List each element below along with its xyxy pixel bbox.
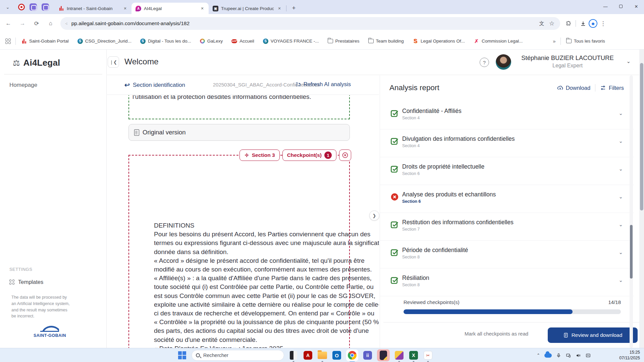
dismiss-section-button[interactable]: [339, 149, 351, 161]
back-to-section-identification[interactable]: ↩ Section identification: [124, 81, 185, 89]
new-tab-button[interactable]: +: [289, 3, 299, 13]
pinned-tab-icon[interactable]: [42, 3, 49, 11]
taskbar-clock[interactable]: 15:25 07/11/2025: [619, 350, 640, 361]
power-app-icon[interactable]: [394, 350, 404, 360]
bookmark-team-building[interactable]: Team building: [368, 39, 404, 44]
tab-close-icon[interactable]: ✕: [122, 5, 128, 11]
close-window-button[interactable]: ✕: [629, 0, 644, 13]
bookmark-csg-direction[interactable]: S CSG_Direction_Jurid...: [77, 39, 131, 44]
back-icon[interactable]: ←: [3, 18, 14, 29]
reload-icon[interactable]: ⟳: [31, 18, 42, 29]
chevron-down-icon[interactable]: ⌄: [619, 110, 623, 116]
cast-device-icon[interactable]: [566, 353, 571, 358]
url-bar[interactable]: ⁖ pp.ailegal.saint-gobain.com/document-a…: [60, 17, 560, 30]
mark-all-checkpoints-link[interactable]: Mark all checkpoints as read: [465, 331, 528, 337]
tray-expand-icon[interactable]: ⌃: [537, 353, 540, 358]
bookmark-galexy[interactable]: GaLexy: [200, 39, 223, 44]
checkpoint-item[interactable]: Analyse des produits et echantillons Sec…: [380, 185, 634, 213]
tab-intranet[interactable]: Intranet - Saint-Gobain ✕: [54, 3, 131, 14]
extensions-icon[interactable]: [564, 18, 574, 28]
profile-icon[interactable]: ☻: [588, 18, 598, 28]
snipping-tool-icon[interactable]: ✂: [423, 350, 433, 360]
saint-gobain-bridge-icon: [40, 323, 59, 332]
maximize-button[interactable]: [613, 0, 629, 13]
bookmark-star-icon[interactable]: ☆: [547, 18, 557, 28]
chevron-down-icon[interactable]: ⌄: [619, 277, 623, 283]
sidebar-item-templates[interactable]: Templates: [9, 279, 43, 285]
excel-app-icon[interactable]: X: [409, 350, 419, 360]
outlook-app-icon[interactable]: O: [332, 350, 342, 360]
analysis-scrollbar-thumb[interactable]: [630, 225, 633, 279]
chevron-down-icon[interactable]: ⌄: [619, 166, 623, 172]
checkpoint-item[interactable]: Confidentialité - Affiliés Section 4 ⌄: [380, 102, 634, 129]
recording-app-icon[interactable]: [377, 349, 390, 361]
bookmark-commission-legal[interactable]: ✗ Commission Legal...: [474, 38, 523, 44]
home-icon[interactable]: ⌂: [45, 18, 56, 29]
site-info-icon[interactable]: ⁖: [65, 21, 68, 26]
start-button[interactable]: [177, 350, 187, 360]
notepad-app-icon[interactable]: [288, 350, 299, 360]
bookmark-prestataires[interactable]: Prestataires: [328, 39, 360, 44]
tab-ai4legal[interactable]: A AI4Legal ✕: [131, 3, 209, 14]
bookmarks-overflow-icon[interactable]: »: [553, 38, 555, 44]
user-menu-chevron-icon[interactable]: ⌄: [626, 58, 631, 64]
panel-expand-button[interactable]: ❯: [369, 210, 379, 221]
refresh-ai-analysis-button[interactable]: Refresh AI analysis: [295, 81, 351, 87]
bookmark-legal-operations[interactable]: S Legal Operations Of...: [413, 38, 465, 44]
chevron-down-icon[interactable]: ⌄: [619, 194, 623, 200]
pinned-tab-icon[interactable]: [18, 4, 25, 10]
bookmark-voyages-france[interactable]: S VOYAGES FRANCE -...: [263, 39, 319, 44]
check-passed-icon: [390, 165, 399, 174]
section-3-badge[interactable]: ✧ Section 3: [239, 149, 279, 161]
checkpoint-item[interactable]: Divulgation des informations confidentie…: [380, 129, 634, 157]
checkpoint-item[interactable]: Résiliation Section 8 ⌄: [380, 268, 634, 296]
apps-grid-icon[interactable]: [5, 39, 11, 44]
bookmark-tous-les-favoris[interactable]: Tous les favoris: [566, 39, 605, 44]
acrobat-app-icon[interactable]: A: [303, 350, 313, 360]
browser-menu-icon[interactable]: ⋮: [598, 18, 608, 28]
document-content[interactable]: l'utilisation et la protection desdites …: [107, 95, 379, 348]
checkpoint-item[interactable]: Restitution des informations confidentie…: [380, 213, 634, 241]
checkpoint-item[interactable]: Période de confidentialité Section 8 ⌄: [380, 241, 634, 268]
taskbar-search[interactable]: Rechercher: [192, 350, 284, 361]
tab-close-icon[interactable]: ✕: [199, 5, 205, 11]
download-button[interactable]: Download: [557, 85, 590, 91]
chevron-down-icon[interactable]: ⌄: [619, 249, 623, 255]
url-text[interactable]: pp.ailegal.saint-gobain.com/document-ana…: [71, 20, 537, 26]
bookmark-saint-gobain-portal[interactable]: Saint-Gobain Portal: [21, 38, 69, 44]
chrome-app-icon[interactable]: [346, 350, 358, 361]
filters-button[interactable]: Filters: [600, 85, 624, 91]
user-avatar[interactable]: [496, 54, 511, 70]
speaker-icon[interactable]: [576, 353, 581, 358]
adp-icon: ADP: [231, 39, 237, 43]
original-version-bar[interactable]: Original version: [128, 124, 350, 141]
sidebar-collapse-button[interactable]: ❘❮: [108, 56, 119, 68]
chevron-down-icon[interactable]: ⌄: [619, 222, 623, 228]
tab-trupeer[interactable]: ▣ Trupeer.ai | Create Product Vide... ✕: [209, 3, 286, 14]
chevron-down-icon[interactable]: ⌄: [619, 138, 623, 144]
teams-app-icon[interactable]: ii: [363, 350, 373, 360]
onedrive-icon[interactable]: [544, 353, 552, 358]
microphone-icon[interactable]: [556, 353, 561, 358]
checkpoint-item[interactable]: Droits de propriété intellectuelle Secti…: [380, 157, 634, 185]
tab-search-icon[interactable]: ⌄: [3, 2, 13, 12]
bookmark-digital[interactable]: S Digital - Tous les do...: [140, 39, 191, 44]
document-icon: [563, 333, 569, 338]
user-block[interactable]: Stéphanie BUZIER LACOUTURE Legal Expert: [515, 54, 620, 69]
tab-close-icon[interactable]: ✕: [276, 5, 282, 11]
analysis-scrollbar[interactable]: [630, 75, 633, 348]
bookmark-accueil[interactable]: ADP Accueil: [231, 39, 254, 44]
pen-panel-icon[interactable]: [585, 353, 591, 358]
page-scrollbar-thumb[interactable]: [640, 63, 643, 210]
help-icon[interactable]: ?: [480, 58, 489, 67]
file-explorer-icon[interactable]: [317, 350, 327, 360]
checkpoints-badge[interactable]: Checkpoint(s) 1: [282, 149, 336, 161]
pinned-tab-icon[interactable]: [30, 3, 37, 11]
minimize-button[interactable]: —: [598, 0, 613, 13]
page-scrollbar[interactable]: [639, 50, 644, 348]
sidebar-item-homepage[interactable]: Homepage: [0, 74, 106, 88]
forward-icon[interactable]: →: [17, 18, 28, 29]
translate-icon[interactable]: 文: [537, 18, 547, 28]
downloads-icon[interactable]: [578, 18, 588, 28]
review-and-download-button[interactable]: Review and download: [548, 327, 638, 343]
